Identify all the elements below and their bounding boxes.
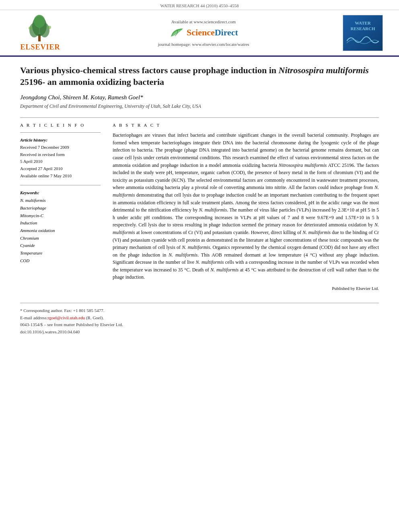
journal-citation: WATER RESEARCH 44 (2010) 4550–4558 [160, 3, 239, 8]
footer-notes: * Corresponding author. Fax: +1 801 585 … [20, 303, 379, 335]
elsevier-logo: ELSEVIER [16, 14, 64, 51]
divider-keywords [20, 185, 101, 185]
corresponding-author-text: * Corresponding author. Fax: +1 801 585 … [20, 308, 104, 313]
keyword-item-4: Induction [20, 219, 101, 227]
available-text: Available at www.sciencedirect.com [171, 19, 236, 24]
doi-line: doi:10.1016/j.watres.2010.04.040 [20, 329, 379, 336]
authors: Jeongdong Choi, Shireen M. Kotay, Ramesh… [20, 94, 379, 101]
sciencedirect-leaf-icon [169, 27, 185, 39]
keywords-label: Keywords: [20, 190, 101, 195]
keyword-item-6: Chromium [20, 234, 101, 242]
published-by: Published by Elsevier Ltd. [113, 286, 379, 291]
email-person: (R. Goel). [86, 315, 104, 320]
water-research-badge: WATERRESEARCH [343, 15, 383, 51]
article-body: A R T I C L E I N F O Article history: R… [20, 123, 379, 291]
center-header: Available at www.sciencedirect.com Scien… [64, 19, 343, 47]
email-link[interactable]: rgoel@civil.utah.edu [48, 315, 85, 320]
received-date: Received 7 December 2009 [20, 144, 101, 151]
article-title: Various physico-chemical stress factors … [20, 65, 379, 88]
journal-header: WATER RESEARCH 44 (2010) 4550–4558 [0, 0, 399, 10]
water-research-graphic [347, 33, 379, 45]
svg-point-5 [29, 27, 32, 30]
keyword-item-7: Cyanide [20, 242, 101, 249]
sciencedirect-logo: ScienceDirect [169, 27, 238, 39]
journal-homepage: journal homepage: www.elsevier.com/locat… [158, 42, 249, 47]
history-label: Article history: [20, 138, 101, 142]
article-history: Article history: Received 7 December 200… [20, 138, 101, 179]
issn-line: 0043-1354/$ – see front matter Published… [20, 321, 379, 329]
main-content: Various physico-chemical stress factors … [0, 57, 399, 347]
article-info-title: A R T I C L E I N F O [20, 123, 101, 127]
right-column: A B S T R A C T Bacteriophages are virus… [113, 123, 379, 291]
water-research-title: WATERRESEARCH [350, 21, 375, 31]
email-label: E-mail address: [20, 315, 48, 320]
abstract-title: A B S T R A C T [113, 123, 379, 127]
keywords-section: Keywords: N. multiformis Bacteriophage M… [20, 190, 101, 264]
revised-date: 5 April 2010 [20, 158, 101, 165]
keyword-item-5: Ammonia oxidation [20, 227, 101, 234]
abstract-text: Bacteriophages are viruses that infect b… [113, 131, 379, 281]
elsevier-tree-icon [22, 14, 58, 42]
keyword-item-2: Bacteriophage [20, 204, 101, 212]
keyword-item-9: COD [20, 257, 101, 265]
divider-info [20, 132, 101, 133]
keyword-item-1: N. multiformis [20, 197, 101, 204]
sciencedirect-text: ScienceDirect [187, 27, 238, 38]
keyword-item-8: Temperature [20, 249, 101, 257]
keyword-item-3: Mitomycin-C [20, 212, 101, 220]
revised-label: Received in revised form [20, 151, 101, 158]
svg-point-4 [34, 15, 45, 28]
available-online: Available online 7 May 2010 [20, 173, 101, 180]
top-header: ELSEVIER Available at www.sciencedirect.… [0, 10, 399, 57]
elsevier-text: ELSEVIER [20, 43, 60, 51]
svg-point-6 [48, 26, 51, 29]
divider-1 [20, 117, 379, 118]
corresponding-author-note: * Corresponding author. Fax: +1 801 585 … [20, 307, 379, 314]
affiliation: Department of Civil and Environmental En… [20, 103, 379, 109]
email-note: E-mail address:rgoel@civil.utah.edu (R. … [20, 314, 379, 322]
left-column: A R T I C L E I N F O Article history: R… [20, 123, 101, 291]
accepted-date: Accepted 27 April 2010 [20, 165, 101, 173]
